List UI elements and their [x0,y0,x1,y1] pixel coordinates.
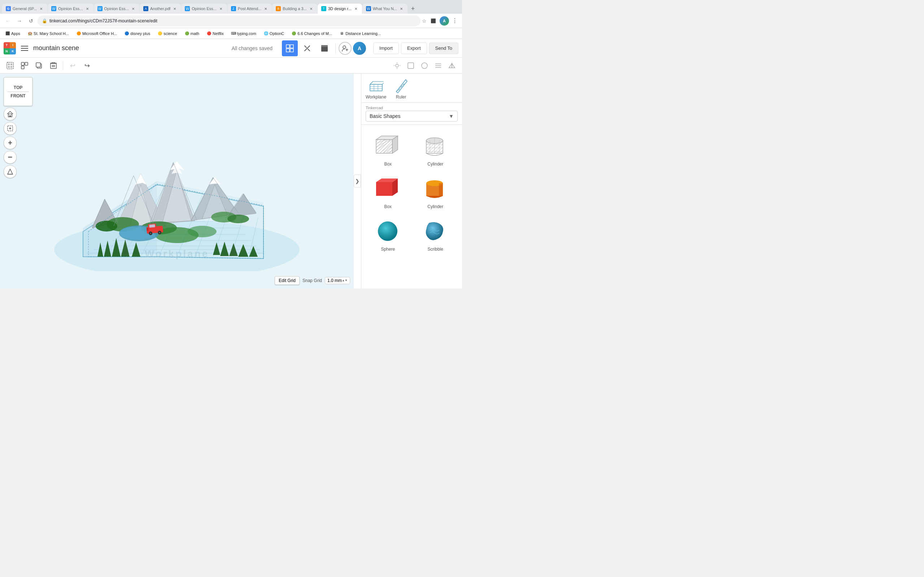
edit-grid-button[interactable]: Edit Grid [275,276,300,285]
action-buttons: Import Export Send To [373,43,459,54]
user-avatar[interactable]: A [353,42,366,55]
mirror-button[interactable] [446,59,459,72]
url-bar[interactable]: 🔒 tinkercad.com/things/cCDm72JS7lf-mount… [37,16,420,26]
tab-close-opinion2[interactable]: ✕ [131,6,136,11]
tab-close-postat[interactable]: ✕ [263,6,268,11]
user-add-button[interactable] [339,42,352,55]
tab-close-opinion3[interactable]: ✕ [218,6,223,11]
snow-cap-1 [135,174,146,185]
bookmark-66changes-label: 6.6 Changes of M... [297,31,332,36]
toolbar: ↩ ↪ [0,58,462,74]
shape-box-wireframe[interactable]: Box [366,129,410,169]
bookmark-apps[interactable]: ⬛ Apps [3,30,23,37]
snap-grid-label: Snap Grid [302,278,322,283]
view-nav-box[interactable]: TOP FRONT [3,77,32,106]
refresh-button[interactable]: ↺ [26,16,36,26]
tc-menu-icon[interactable] [19,43,30,53]
duplicate-button[interactable] [32,59,45,72]
bookmark-optionc[interactable]: 🌐 OptionC [261,30,286,37]
canvas-area[interactable]: TOP FRONT + − [0,74,354,288]
science-icon: 🟡 [157,31,162,36]
tab-general[interactable]: G General (6P... ✕ [2,3,47,14]
bookmark-distancelearning[interactable]: 🖥 Distance Learning... [337,30,383,37]
project-name[interactable]: mountain scene [33,44,228,52]
tab-whatyou[interactable]: W What You N... ✕ [362,3,407,14]
tab-another[interactable]: A Another.pdf ✕ [140,3,181,14]
tab-close-whatyou[interactable]: ✕ [399,6,404,11]
panel-collapse-handle[interactable]: ❯ [354,174,361,187]
shape-sphere-solid[interactable]: Sphere [366,214,410,254]
tab-label-whatyou: What You N... [373,6,397,11]
tab-close-opinion1[interactable]: ✕ [85,6,90,11]
import-button[interactable]: Import [373,43,399,54]
view-nav-front-label: FRONT [10,93,25,98]
zoom-out-button[interactable]: − [3,151,16,164]
bookmark-typing-label: typing.com [237,31,256,36]
tab-building[interactable]: B Building a 3... ✕ [272,3,317,14]
perspective-button[interactable] [3,165,16,178]
tab-opinion2[interactable]: W Opinion Ess... ✕ [94,3,139,14]
scene-svg [50,98,303,271]
tab-close-3ddesign[interactable]: ✕ [353,6,359,11]
tc-logo-k: K [10,48,16,55]
distancelearning-icon: 🖥 [339,31,344,36]
bookmark-disney[interactable]: 🔵 disney plus [122,30,152,37]
tab-opinion1[interactable]: W Opinion Ess... ✕ [48,3,93,14]
bookmark-button[interactable]: ☆ [422,18,426,24]
tc-logo[interactable]: T I N K [3,42,16,55]
svg-rect-16 [8,63,10,65]
bookmark-netflix[interactable]: 🔴 Netflix [204,30,226,37]
tab-postat[interactable]: Z Post Attend... ✕ [228,3,272,14]
grid-view-button[interactable] [282,40,298,56]
fit-view-button[interactable] [3,122,16,135]
extensions-button[interactable]: ⬛ [428,16,438,26]
ungroup-button[interactable] [18,59,31,72]
workplane-tool[interactable]: Workplane [366,78,386,100]
shape-scribble[interactable]: Scribble [413,214,458,254]
forward-button[interactable]: → [15,16,24,26]
toolbar-right [391,59,459,72]
bookmark-66changes[interactable]: 🟢 6.6 Changes of M... [289,30,334,37]
redo-button[interactable]: ↪ [81,59,94,72]
back-button[interactable]: ← [3,16,13,26]
profile-avatar[interactable]: A [439,16,449,26]
bookmark-typing[interactable]: ⌨ typing.com [229,30,258,37]
tab-close-general[interactable]: ✕ [39,6,44,11]
bookmark-microsoft[interactable]: 🟠 Microsoft Office H... [74,30,119,37]
align-button[interactable] [432,59,445,72]
shape-box-solid[interactable]: Box [366,172,410,211]
shapes-dropdown[interactable]: Basic Shapes ▼ [366,111,458,121]
shape-cylinder-wireframe[interactable]: Cylinder [413,129,458,169]
bookmark-science[interactable]: 🟡 science [155,30,179,37]
tab-close-building[interactable]: ✕ [309,6,313,11]
menu-button[interactable]: ⋮ [451,16,459,26]
delete-button[interactable] [47,59,60,72]
zoom-in-button[interactable]: + [3,136,16,149]
pickaxe-button[interactable] [299,40,315,56]
shapes-grid: Box [361,125,462,258]
new-tab-button[interactable]: + [408,3,418,14]
sendto-button[interactable]: Send To [429,43,459,54]
snap-grid-input[interactable]: 1.0 mm ▲▼ [325,277,350,284]
bookmark-stmary[interactable]: 🏫 St. Mary School H... [25,30,71,37]
header-separator [335,43,336,54]
bookmark-math-label: math [191,31,199,36]
shape-tool-1[interactable] [404,59,417,72]
group-button[interactable] [3,59,16,72]
ruler-tool[interactable]: Ruler [393,78,409,100]
snap-grid-arrows[interactable]: ▲▼ [342,279,347,282]
tab-close-another[interactable]: ✕ [172,6,177,11]
box-view-button[interactable] [317,40,333,56]
undo-button[interactable]: ↩ [66,59,79,72]
bookmark-math[interactable]: 🟢 math [182,30,201,37]
svg-rect-36 [408,63,414,69]
export-button[interactable]: Export [401,43,427,54]
shape-tool-2[interactable] [418,59,431,72]
svg-line-98 [399,88,400,89]
bookmark-stmary-label: St. Mary School H... [34,31,69,36]
tab-3ddesign[interactable]: T 3D design r... ✕ [318,3,362,14]
tab-opinion3[interactable]: W Opinion Ess... ✕ [181,3,227,14]
home-view-button[interactable] [3,108,16,121]
shape-cylinder-solid[interactable]: Cylinder [413,172,458,211]
light-button[interactable] [391,59,404,72]
